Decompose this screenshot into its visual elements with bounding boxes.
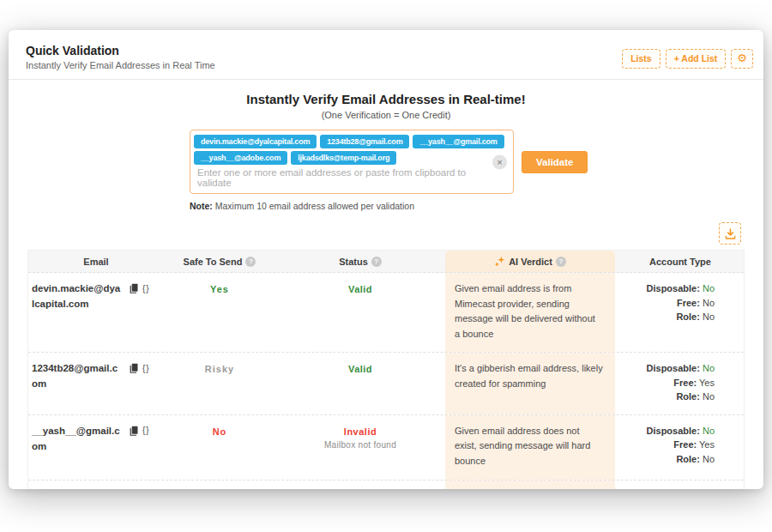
ai-verdict-label: AI Verdict (509, 257, 552, 267)
ai-verdict-text: It's a gibberish email address, likely c… (445, 353, 615, 414)
download-button[interactable] (719, 222, 741, 245)
email-value: __yash__@gmail.com (32, 424, 123, 455)
disposable-value: No (703, 283, 715, 293)
add-list-button[interactable]: + Add List (666, 49, 727, 69)
email-cell: 1234tb28@gmail.com {} (28, 353, 164, 414)
safe-to-send-label: Safe To Send (184, 257, 243, 267)
status-cell: Valid (275, 353, 445, 414)
chip-line: __yash__@adobe.com ljkadsdlks@temp-mail.… (194, 151, 489, 165)
validate-button[interactable]: Validate (522, 151, 588, 173)
email-chip[interactable]: ljkadsdlks@temp-mail.org (291, 151, 396, 165)
help-icon[interactable]: ? (371, 257, 382, 267)
email-value: devin.mackie@dyalcapital.com (32, 281, 123, 312)
table-row: devin.mackie@dyalcapital.com {} Yes Vali… (28, 273, 744, 353)
verify-subtitle: (One Verification = One Credit) (9, 110, 763, 120)
email-actions: {} (129, 361, 150, 373)
help-icon[interactable]: ? (245, 257, 256, 267)
column-header-status: Status ? (275, 251, 445, 272)
table-header-row: Email Safe To Send ? Status ? AI Verdict… (28, 251, 744, 273)
disposable-value: No (703, 426, 715, 436)
status-value: Valid (348, 284, 372, 294)
json-braces-icon[interactable]: {} (142, 426, 150, 435)
free-value: Yes (699, 378, 715, 388)
verify-title: Instantly Verify Email Addresses in Real… (9, 92, 763, 106)
page-subtitle: Instantly Verify Email Addresses in Real… (26, 60, 215, 70)
note-text: Maximum 10 email address allowed per val… (213, 201, 414, 211)
clear-input-button[interactable]: × (492, 154, 507, 169)
role-line: Role: No (618, 390, 715, 404)
header-titles: Quick Validation Instantly Verify Email … (26, 44, 215, 70)
copy-icon[interactable] (129, 363, 139, 373)
disposable-line: Disposable: No (618, 361, 715, 376)
role-line: Role: No (618, 452, 715, 467)
status-value: Valid (348, 364, 372, 374)
account-type-cell: Disposable: No Free: Yes Role: No (615, 353, 745, 414)
page: Quick Validation Instantly Verify Email … (0, 0, 772, 532)
safe-to-send-cell: Risky (164, 353, 275, 414)
free-line: Free: Yes (618, 438, 715, 452)
settings-button[interactable]: ⚙ (731, 49, 753, 69)
disposable-line: Disposable: No (618, 424, 715, 438)
column-header-email: Email (28, 251, 164, 272)
role-label: Role: (676, 391, 700, 402)
free-line: Free: Yes (618, 376, 715, 390)
quick-validation-card: Quick Validation Instantly Verify Email … (9, 30, 763, 489)
email-cell: __yash__@adobe.com {} (28, 481, 164, 489)
email-actions: {} (129, 281, 150, 293)
input-row: devin.mackie@dyalcapital.com 1234tb28@gm… (190, 130, 582, 194)
column-header-safe-to-send: Safe To Send ? (164, 251, 275, 272)
download-row (31, 222, 741, 245)
role-value: No (703, 311, 715, 322)
role-label: Role: (676, 454, 700, 464)
disposable-line: Disposable: No (618, 281, 715, 296)
safe-to-send-cell: No (164, 415, 275, 480)
free-label: Free: (677, 298, 700, 308)
disposable-value: No (703, 363, 715, 373)
email-chip[interactable]: __yash__@gmail.com (413, 135, 504, 148)
status-cell: Catch All (275, 481, 445, 489)
verify-inner: devin.mackie@dyalcapital.com 1234tb28@gm… (190, 130, 582, 211)
header-actions: Lists + Add List ⚙ (622, 44, 753, 69)
safe-to-send-value: No (213, 426, 227, 437)
copy-icon[interactable] (129, 283, 139, 293)
role-label: Role: (676, 311, 700, 322)
json-braces-icon[interactable]: {} (142, 364, 150, 373)
free-label: Free: (673, 378, 697, 388)
table-row: __yash__@adobe.com {} Risky Catch All Do… (28, 481, 744, 489)
email-value: 1234tb28@gmail.com (32, 361, 123, 392)
status-subtext: Mailbox not found (279, 440, 442, 450)
gear-icon: ⚙ (737, 51, 747, 64)
help-icon[interactable]: ? (556, 257, 566, 267)
free-line: Free: No (618, 296, 715, 311)
page-title: Quick Validation (26, 44, 215, 57)
card-header: Quick Validation Instantly Verify Email … (9, 30, 763, 79)
email-cell: devin.mackie@dyalcapital.com {} (28, 273, 164, 352)
disposable-label: Disposable: (647, 363, 700, 373)
ai-verdict-text: Given email address does not exist, send… (445, 415, 615, 480)
column-header-ai-verdict: AI Verdict ? (445, 251, 615, 272)
disposable-label: Disposable: (647, 426, 700, 436)
email-chip[interactable]: __yash__@adobe.com (194, 151, 287, 165)
download-icon (725, 228, 736, 239)
status-cell: Valid (275, 273, 445, 352)
safe-to-send-cell: Yes (164, 273, 275, 352)
status-label: Status (339, 257, 368, 267)
json-braces-icon[interactable]: {} (142, 284, 150, 293)
close-icon: × (497, 157, 502, 167)
ai-sparkle-icon (494, 256, 505, 267)
copy-icon[interactable] (129, 426, 139, 436)
email-actions: {} (129, 424, 150, 436)
ai-verdict-text: Given email address is from Mimecast pro… (445, 273, 615, 352)
email-chip[interactable]: devin.mackie@dyalcapital.com (194, 135, 317, 148)
lists-button[interactable]: Lists (622, 49, 660, 69)
safe-to-send-cell: Risky (164, 481, 275, 489)
email-input-area[interactable]: devin.mackie@dyalcapital.com 1234tb28@gm… (190, 130, 514, 194)
email-cell: __yash__@gmail.com {} (28, 415, 164, 480)
account-type-cell: Disposable: No Free: Yes Role: No (615, 415, 745, 480)
results-table: Email Safe To Send ? Status ? AI Verdict… (27, 250, 745, 489)
email-chip[interactable]: 1234tb28@gmail.com (320, 135, 409, 148)
disposable-label: Disposable: (647, 283, 700, 293)
column-header-account-type: Account Type (615, 251, 745, 272)
verify-section: Instantly Verify Email Addresses in Real… (9, 80, 763, 211)
status-value: Invalid (344, 426, 377, 437)
